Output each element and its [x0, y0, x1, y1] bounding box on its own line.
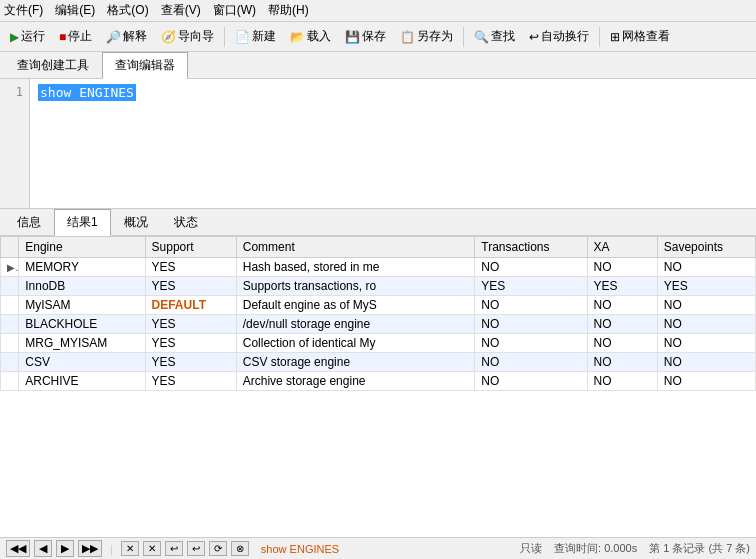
action-btn-6[interactable]: ⊗ — [231, 541, 249, 556]
cell-comment: /dev/null storage engine — [236, 315, 475, 334]
tab-results1[interactable]: 结果1 — [54, 209, 111, 236]
save-button[interactable]: 💾 保存 — [339, 25, 392, 48]
cell-indicator: ▶ — [1, 258, 19, 277]
gridview-button[interactable]: ⊞ 网格查看 — [604, 25, 676, 48]
cell-xa: YES — [587, 277, 657, 296]
cell-support: DEFAULT — [145, 296, 236, 315]
status-query-time: 查询时间: 0.000s — [554, 541, 637, 556]
status-records: 第 1 条记录 (共 7 条) — [649, 541, 750, 556]
wizard-icon: 🧭 — [161, 30, 176, 44]
line-numbers: 1 — [0, 79, 30, 208]
cell-xa: NO — [587, 334, 657, 353]
cell-xa: NO — [587, 372, 657, 391]
load-button[interactable]: 📂 载入 — [284, 25, 337, 48]
cell-xa: NO — [587, 315, 657, 334]
menu-window[interactable]: 窗口(W) — [213, 2, 256, 19]
cell-savepoints: NO — [657, 258, 755, 277]
col-header-engine[interactable]: Engine — [19, 237, 145, 258]
explain-icon: 🔎 — [106, 30, 121, 44]
wizard-button[interactable]: 🧭 导向导 — [155, 25, 220, 48]
menu-file[interactable]: 文件(F) — [4, 2, 43, 19]
cell-support: YES — [145, 258, 236, 277]
col-header-comment[interactable]: Comment — [236, 237, 475, 258]
nav-prev-button[interactable]: ◀ — [34, 540, 52, 557]
table-row[interactable]: ARCHIVEYESArchive storage engineNONONO — [1, 372, 756, 391]
tab-query-creator[interactable]: 查询创建工具 — [4, 52, 102, 78]
cell-support: YES — [145, 334, 236, 353]
autowrap-icon: ↩ — [529, 30, 539, 44]
cell-savepoints: NO — [657, 296, 755, 315]
cell-xa: NO — [587, 353, 657, 372]
action-btn-5[interactable]: ⟳ — [209, 541, 227, 556]
run-icon: ▶ — [10, 30, 19, 44]
stop-icon: ■ — [59, 30, 66, 44]
cell-savepoints: NO — [657, 315, 755, 334]
nav-next-button[interactable]: ▶ — [56, 540, 74, 557]
status-bar-left: ◀◀ ◀ ▶ ▶▶ | ✕ ✕ ↩ ↩ ⟳ ⊗ show ENGINES — [6, 540, 339, 557]
new-button[interactable]: 📄 新建 — [229, 25, 282, 48]
cell-transactions: YES — [475, 277, 587, 296]
results-table: Engine Support Comment Transactions XA S… — [0, 236, 756, 391]
status-query-text: show ENGINES — [261, 543, 339, 555]
cell-engine: MyISAM — [19, 296, 145, 315]
results-tbody: ▶MEMORYYESHash based, stored in meNONONO… — [1, 258, 756, 391]
find-button[interactable]: 🔍 查找 — [468, 25, 521, 48]
cell-comment: Collection of identical My — [236, 334, 475, 353]
action-btn-4[interactable]: ↩ — [187, 541, 205, 556]
table-header-row: Engine Support Comment Transactions XA S… — [1, 237, 756, 258]
col-header-support[interactable]: Support — [145, 237, 236, 258]
action-btn-1[interactable]: ✕ — [121, 541, 139, 556]
tab-query-editor[interactable]: 查询编辑器 — [102, 52, 188, 79]
cell-indicator — [1, 277, 19, 296]
cell-engine: InnoDB — [19, 277, 145, 296]
tab-overview[interactable]: 概况 — [111, 209, 161, 235]
table-row[interactable]: MyISAMDEFAULTDefault engine as of MySNON… — [1, 296, 756, 315]
editor-content[interactable]: show ENGINES — [30, 79, 756, 208]
toolbar-separator-3 — [599, 27, 600, 47]
cell-transactions: NO — [475, 372, 587, 391]
table-row[interactable]: BLACKHOLEYES/dev/null storage engineNONO… — [1, 315, 756, 334]
menu-help[interactable]: 帮助(H) — [268, 2, 309, 19]
menu-view[interactable]: 查看(V) — [161, 2, 201, 19]
cell-indicator — [1, 315, 19, 334]
autowrap-button[interactable]: ↩ 自动换行 — [523, 25, 595, 48]
cell-support: YES — [145, 277, 236, 296]
table-row[interactable]: MRG_MYISAMYESCollection of identical MyN… — [1, 334, 756, 353]
menu-edit[interactable]: 编辑(E) — [55, 2, 95, 19]
table-row[interactable]: CSVYESCSV storage engineNONONO — [1, 353, 756, 372]
gridview-icon: ⊞ — [610, 30, 620, 44]
bottom-tab-bar: 信息 结果1 概况 状态 — [0, 209, 756, 236]
action-btn-2[interactable]: ✕ — [143, 541, 161, 556]
cell-comment: Default engine as of MyS — [236, 296, 475, 315]
stop-button[interactable]: ■ 停止 — [53, 25, 98, 48]
nav-first-button[interactable]: ◀◀ — [6, 540, 30, 557]
col-header-xa[interactable]: XA — [587, 237, 657, 258]
saveas-icon: 📋 — [400, 30, 415, 44]
cell-indicator — [1, 353, 19, 372]
cell-comment: Supports transactions, ro — [236, 277, 475, 296]
tab-info[interactable]: 信息 — [4, 209, 54, 235]
table-row[interactable]: ▶MEMORYYESHash based, stored in meNONONO — [1, 258, 756, 277]
cell-engine: MRG_MYISAM — [19, 334, 145, 353]
col-header-transactions[interactable]: Transactions — [475, 237, 587, 258]
status-readonly: 只读 — [520, 541, 542, 556]
results-area[interactable]: Engine Support Comment Transactions XA S… — [0, 236, 756, 537]
saveas-button[interactable]: 📋 另存为 — [394, 25, 459, 48]
editor-area: 1 show ENGINES — [0, 79, 756, 209]
explain-button[interactable]: 🔎 解释 — [100, 25, 153, 48]
menu-format[interactable]: 格式(O) — [107, 2, 148, 19]
col-header-savepoints[interactable]: Savepoints — [657, 237, 755, 258]
nav-last-button[interactable]: ▶▶ — [78, 540, 102, 557]
tab-status[interactable]: 状态 — [161, 209, 211, 235]
toolbar-separator-1 — [224, 27, 225, 47]
cell-transactions: NO — [475, 334, 587, 353]
cell-indicator — [1, 372, 19, 391]
table-row[interactable]: InnoDBYESSupports transactions, roYESYES… — [1, 277, 756, 296]
status-bar: ◀◀ ◀ ▶ ▶▶ | ✕ ✕ ↩ ↩ ⟳ ⊗ show ENGINES 只读 … — [0, 537, 756, 559]
cell-support: YES — [145, 315, 236, 334]
find-icon: 🔍 — [474, 30, 489, 44]
run-button[interactable]: ▶ 运行 — [4, 25, 51, 48]
cell-comment: CSV storage engine — [236, 353, 475, 372]
action-btn-3[interactable]: ↩ — [165, 541, 183, 556]
cell-comment: Hash based, stored in me — [236, 258, 475, 277]
